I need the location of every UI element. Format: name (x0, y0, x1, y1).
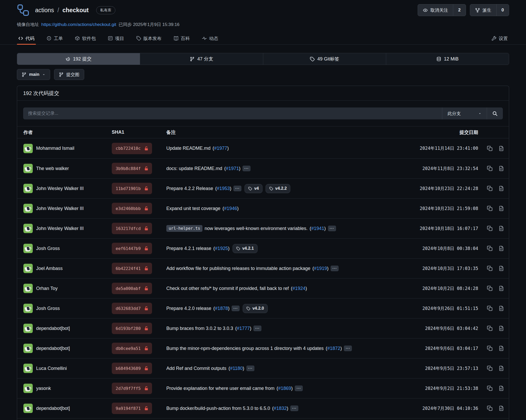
copy-sha-button[interactable] (487, 286, 493, 291)
copy-sha-button[interactable] (487, 226, 493, 231)
expand-commit-body-button[interactable]: ··· (344, 346, 352, 351)
unwatch-button[interactable]: 取消关注 2 (418, 4, 466, 16)
avatar[interactable] (23, 324, 33, 333)
commit-author-link[interactable]: yasonk (23, 384, 112, 393)
copy-sha-button[interactable] (487, 326, 493, 331)
watch-count[interactable]: 2 (453, 4, 465, 16)
commit-sha-badge[interactable]: 6d193bf280 (112, 323, 152, 334)
copy-sha-button[interactable] (487, 405, 493, 411)
commit-author-link[interactable]: Joel Ambass (23, 264, 112, 273)
repo-name-link[interactable]: checkout (62, 7, 89, 14)
search-commits-input[interactable] (23, 107, 442, 119)
commit-sha-badge[interactable]: eef61447b9 (112, 243, 152, 254)
issue-link[interactable]: #1872 (327, 346, 340, 351)
copy-sha-button[interactable] (487, 365, 493, 371)
commit-sha-badge[interactable]: 11bd71901b (112, 183, 152, 194)
copy-sha-button[interactable] (487, 166, 493, 171)
avatar[interactable] (23, 164, 33, 173)
commit-author-link[interactable]: Josh Gross (23, 304, 112, 313)
avatar[interactable] (23, 384, 33, 393)
tab-wiki[interactable]: 百科 (172, 32, 191, 44)
browse-source-button[interactable] (498, 306, 504, 311)
search-button[interactable] (487, 107, 503, 119)
issue-link[interactable]: #1941 (311, 226, 324, 231)
issue-link[interactable]: #1919 (314, 266, 327, 271)
issue-link[interactable]: #1925 (215, 246, 228, 251)
tab-activity[interactable]: 动态 (201, 32, 220, 44)
browse-source-button[interactable] (498, 246, 504, 251)
commit-author-link[interactable]: The web walker (23, 164, 112, 173)
tab-settings[interactable]: 设置 (490, 32, 509, 44)
avatar[interactable] (23, 224, 33, 233)
avatar[interactable] (23, 184, 33, 193)
copy-sha-button[interactable] (487, 186, 493, 191)
commit-sha-badge[interactable]: e3d2460bbb (112, 203, 152, 214)
commit-author-link[interactable]: Orhan Toy (23, 284, 112, 293)
commit-sha-badge[interactable]: d632683dd7 (112, 303, 152, 314)
browse-source-button[interactable] (498, 385, 504, 391)
browse-source-button[interactable] (498, 226, 504, 231)
tag-badge[interactable]: v4.2.1 (233, 244, 257, 253)
tab-code[interactable]: 代码 (17, 32, 36, 44)
issue-link[interactable]: #1180 (230, 366, 243, 371)
commit-author-link[interactable]: John Wesley Walker III (23, 224, 112, 233)
issue-link[interactable]: #1924 (292, 286, 305, 291)
issue-link[interactable]: #1953 (217, 186, 230, 191)
browse-source-button[interactable] (498, 346, 504, 351)
stat-repo-size[interactable]: 12 MiB (386, 53, 509, 65)
issue-link[interactable]: #1777 (237, 326, 250, 331)
browse-source-button[interactable] (498, 286, 504, 291)
copy-sha-button[interactable] (487, 146, 493, 151)
browse-source-button[interactable] (498, 365, 504, 371)
mirror-url-link[interactable]: https://github.com/actions/checkout.git (41, 22, 116, 27)
commit-graph-button[interactable]: 提交图 (54, 69, 84, 80)
commit-sha-badge[interactable]: b684943689 (112, 363, 152, 374)
copy-sha-button[interactable] (487, 385, 493, 391)
commit-author-link[interactable]: dependabot[bot] (23, 344, 112, 353)
commit-sha-badge[interactable]: db0cee9a51 (112, 343, 152, 354)
copy-sha-button[interactable] (487, 266, 493, 271)
browse-source-button[interactable] (498, 146, 504, 151)
commit-author-link[interactable]: Mohammad Ismail (23, 144, 112, 153)
expand-commit-body-button[interactable]: ··· (331, 266, 339, 271)
tab-projects[interactable]: 项目 (107, 32, 126, 44)
copy-sha-button[interactable] (487, 206, 493, 211)
fork-count[interactable]: 0 (496, 4, 509, 16)
tag-badge[interactable]: v4 (245, 184, 262, 193)
branch-selector[interactable]: main (17, 69, 50, 80)
tab-releases[interactable]: 版本发布 (135, 32, 163, 44)
expand-commit-body-button[interactable]: ··· (328, 226, 336, 231)
commit-sha-badge[interactable]: 6b42224f41 (112, 263, 152, 274)
browse-source-button[interactable] (498, 266, 504, 271)
expand-commit-body-button[interactable]: ··· (233, 186, 241, 191)
avatar[interactable] (23, 204, 33, 213)
expand-commit-body-button[interactable]: ··· (290, 405, 298, 411)
stat-branches[interactable]: 47 分支 (140, 53, 263, 65)
browse-source-button[interactable] (498, 186, 504, 191)
expand-commit-body-button[interactable]: ··· (295, 385, 303, 391)
avatar[interactable] (23, 404, 33, 413)
commit-sha-badge[interactable]: 3b9b8c884f (112, 163, 152, 174)
browse-source-button[interactable] (498, 405, 504, 411)
expand-commit-body-button[interactable]: ··· (246, 365, 254, 371)
commit-author-link[interactable]: John Wesley Walker III (23, 204, 112, 213)
expand-commit-body-button[interactable]: ··· (253, 326, 261, 331)
commit-sha-badge[interactable]: de5a000abf (112, 283, 152, 294)
stat-git-tags[interactable]: 49 Git标签 (263, 53, 386, 65)
commit-author-link[interactable]: Josh Gross (23, 244, 112, 253)
tab-packages[interactable]: 软件包 (74, 32, 97, 44)
issue-link[interactable]: #1971 (226, 166, 239, 171)
expand-commit-body-button[interactable]: ··· (232, 306, 240, 311)
avatar[interactable] (23, 144, 33, 153)
issue-link[interactable]: #1832 (274, 406, 287, 411)
avatar[interactable] (23, 284, 33, 293)
avatar[interactable] (23, 264, 33, 273)
avatar[interactable] (23, 304, 33, 313)
repo-owner-link[interactable]: actions (35, 7, 54, 14)
avatar[interactable] (23, 364, 33, 373)
tag-badge[interactable]: v4.2.0 (243, 304, 267, 313)
browse-source-button[interactable] (498, 206, 504, 211)
browse-source-button[interactable] (498, 166, 504, 171)
avatar[interactable] (23, 244, 33, 253)
commit-sha-badge[interactable]: 163217dfcd (112, 223, 152, 234)
